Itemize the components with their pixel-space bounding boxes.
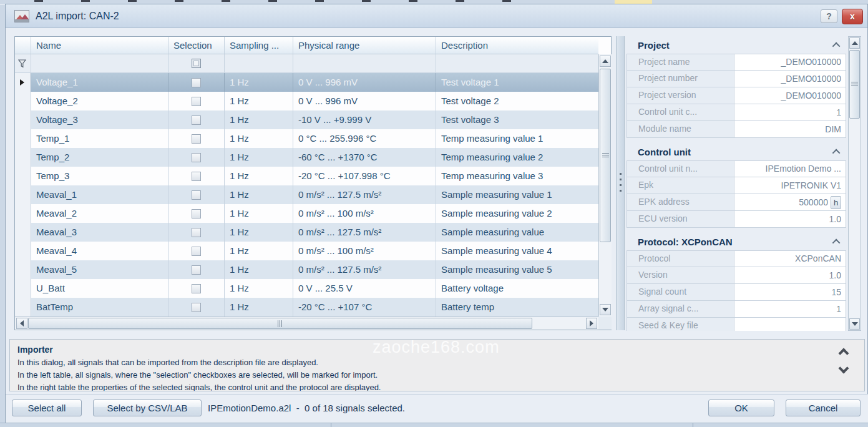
- help-button[interactable]: ?: [821, 9, 837, 23]
- filter-description-cell[interactable]: [436, 54, 598, 72]
- section-header[interactable]: Project: [627, 36, 846, 54]
- table-horizontal-scrollbar[interactable]: [15, 317, 598, 330]
- row-selector-cell: [15, 148, 31, 167]
- select-by-csv-lab-button[interactable]: Select by CSV/LAB: [93, 400, 202, 416]
- column-header-description[interactable]: Description: [436, 37, 598, 54]
- table-row[interactable]: Temp_1 1 Hz 0 °C ... 255.996 °C Temp mea…: [15, 129, 598, 148]
- physical-range: 0 m/s² ... 100 m/s²: [298, 245, 374, 256]
- table-row[interactable]: Meaval_2 1 Hz 0 m/s² ... 100 m/s² Sample…: [15, 204, 598, 223]
- selection-checkbox[interactable]: [192, 97, 201, 106]
- table-row[interactable]: BatTemp 1 Hz -20 °C ... +107 °C Battery …: [15, 298, 598, 317]
- selection-checkbox[interactable]: [192, 153, 201, 162]
- property-value-field[interactable]: 500000h: [734, 194, 846, 210]
- table-row[interactable]: Voltage_2 1 Hz 0 V ... 996 mV Test volta…: [15, 92, 598, 110]
- property-value-field[interactable]: [734, 318, 846, 331]
- property-value-text: _DEMO010000: [781, 54, 841, 70]
- table-row[interactable]: Meaval_4 1 Hz 0 m/s² ... 100 m/s² Sample…: [15, 242, 598, 260]
- column-header-sampling[interactable]: Sampling ...: [225, 37, 293, 54]
- selection-checkbox[interactable]: [192, 190, 201, 200]
- table-row[interactable]: Meaval_1 1 Hz 0 m/s² ... 127.5 m/s² Samp…: [15, 185, 598, 204]
- up-arrow-icon: [852, 41, 858, 45]
- physical-range: -10 V ... +9.999 V: [298, 114, 371, 125]
- selection-checkbox[interactable]: [192, 209, 201, 218]
- filter-range-cell[interactable]: [293, 54, 436, 72]
- property-value-field[interactable]: _DEMO010000: [734, 87, 846, 104]
- horizontal-scroll-thumb[interactable]: [28, 318, 532, 329]
- panel-splitter[interactable]: [616, 36, 625, 330]
- close-button[interactable]: x: [842, 9, 863, 24]
- filter-sampling-cell[interactable]: [225, 54, 293, 72]
- property-value-field[interactable]: 1.0: [734, 267, 846, 283]
- property-value-text: 15: [831, 285, 841, 300]
- selection-checkbox[interactable]: [192, 134, 201, 144]
- property-value-text: 1.0: [829, 212, 841, 227]
- selection-checkbox[interactable]: [192, 228, 201, 237]
- property-value-field[interactable]: XCPonCAN: [734, 251, 846, 267]
- scroll-down-button[interactable]: [849, 318, 860, 330]
- scroll-up-button[interactable]: [600, 56, 611, 67]
- section-header[interactable]: Control unit: [627, 143, 846, 160]
- table-row[interactable]: Meaval_3 1 Hz 0 m/s² ... 127.5 m/s² Samp…: [15, 223, 598, 242]
- table-row[interactable]: Voltage_3 1 Hz -10 V ... +9.999 V Test v…: [15, 110, 598, 129]
- column-header-name[interactable]: Name: [31, 37, 168, 54]
- column-header-physical-range[interactable]: Physical range: [293, 37, 436, 54]
- table-row[interactable]: Meaval_5 1 Hz 0 m/s² ... 127.5 m/s² Samp…: [15, 260, 598, 279]
- property-row: Project version_DEMO010000: [627, 87, 846, 104]
- selection-checkbox[interactable]: [192, 172, 201, 181]
- table-row[interactable]: Temp_3 1 Hz -20 °C ... +107.998 °C Temp …: [15, 167, 598, 185]
- property-value-field[interactable]: IPETRONIK V1: [734, 177, 846, 194]
- row-selector-cell: [15, 242, 31, 260]
- table-vertical-scrollbar[interactable]: [598, 54, 612, 317]
- table-row[interactable]: U_Batt 1 Hz 0 V ... 25.5 V Battery volta…: [15, 279, 598, 298]
- properties-vertical-scrollbar[interactable]: [848, 36, 861, 331]
- filter-row-indicator: [15, 54, 31, 72]
- selection-checkbox[interactable]: [192, 303, 201, 312]
- table-row[interactable]: Voltage_1 1 Hz 0 V ... 996 mV Test volta…: [15, 73, 598, 92]
- select-all-checkbox[interactable]: [192, 59, 201, 68]
- signal-name: Temp_2: [36, 152, 69, 162]
- filter-name-cell[interactable]: [31, 54, 168, 72]
- background-divider: [693, 423, 693, 427]
- property-value-field[interactable]: 15: [734, 284, 846, 300]
- column-header-selection[interactable]: Selection: [168, 37, 225, 54]
- filter-selection-cell: [168, 54, 225, 72]
- sampling-rate: 1 Hz: [230, 245, 249, 256]
- row-selector-cell: [15, 73, 31, 92]
- selection-checkbox[interactable]: [192, 115, 201, 125]
- selection-checkbox[interactable]: [192, 265, 201, 275]
- physical-range: 0 °C ... 255.996 °C: [298, 133, 376, 144]
- scroll-left-button[interactable]: [16, 318, 27, 329]
- table-row[interactable]: Temp_2 1 Hz -60 °C ... +1370 °C Temp mea…: [15, 148, 598, 167]
- property-value-field[interactable]: 1: [734, 104, 846, 120]
- hex-toggle-button[interactable]: h: [831, 196, 841, 209]
- property-value-field[interactable]: _DEMO010000: [734, 71, 846, 87]
- physical-range: 0 m/s² ... 127.5 m/s²: [298, 264, 381, 275]
- scroll-up-button[interactable]: [849, 37, 860, 49]
- section-header[interactable]: Protocol: XCPonCAN: [627, 233, 846, 250]
- ok-button[interactable]: OK: [708, 400, 774, 416]
- chevron-down-icon[interactable]: [838, 366, 852, 376]
- scroll-down-button[interactable]: [600, 304, 611, 315]
- vertical-scroll-thumb[interactable]: [600, 69, 611, 242]
- select-all-button[interactable]: Select all: [12, 400, 82, 416]
- physical-range: 0 V ... 996 mV: [298, 77, 358, 87]
- background-window-left-edge: [0, 5, 5, 423]
- property-value-field[interactable]: _DEMO010000: [734, 54, 846, 70]
- property-value-field[interactable]: 1.0: [734, 211, 846, 227]
- property-value-field[interactable]: IPEmotion Demo ...: [734, 161, 846, 177]
- dialog-titlebar[interactable]: A2L import: CAN-2 ? x: [6, 4, 867, 28]
- chevron-up-icon[interactable]: [838, 347, 852, 357]
- cancel-button[interactable]: Cancel: [786, 400, 861, 416]
- property-value-field[interactable]: 1: [734, 301, 846, 317]
- property-label: Control unit c...: [627, 104, 734, 120]
- property-value-field[interactable]: DIM: [734, 121, 846, 137]
- vertical-scroll-thumb[interactable]: [849, 50, 860, 119]
- scroll-right-button[interactable]: [586, 318, 597, 329]
- selection-checkbox[interactable]: [192, 247, 201, 256]
- selection-checkbox[interactable]: [192, 78, 201, 87]
- selection-checkbox[interactable]: [192, 284, 201, 293]
- property-row: Signal count15: [627, 284, 846, 301]
- property-label: Seed & Key file: [627, 318, 734, 331]
- info-scroll-controls: [836, 345, 854, 385]
- property-label: Control unit n...: [627, 161, 734, 177]
